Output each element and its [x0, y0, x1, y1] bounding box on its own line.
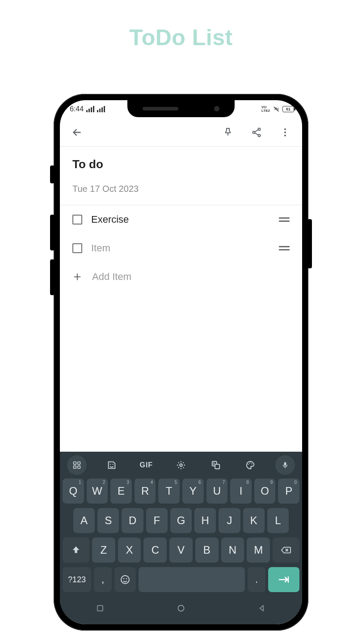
page-title: ToDo List — [0, 0, 362, 51]
settings-icon[interactable] — [171, 455, 191, 475]
period-key[interactable]: . — [248, 567, 265, 592]
sticker-icon[interactable] — [102, 455, 122, 475]
back-button[interactable] — [69, 124, 85, 140]
nav-home-button[interactable] — [176, 603, 186, 614]
symbols-key[interactable]: ?123 — [63, 567, 91, 592]
mute-icon — [273, 106, 280, 113]
keyboard: GIF 文 Q1W2E3R4T5Y6U7I8O9P0 — [60, 452, 302, 624]
drag-handle-icon[interactable] — [279, 217, 290, 222]
volte-icon: VO LTE2 — [261, 106, 270, 113]
key-i[interactable]: I8 — [230, 479, 252, 504]
phone-frame: 6:44 VO LTE2 61 — [54, 94, 308, 631]
nav-back-button[interactable] — [257, 603, 267, 614]
signal-icon — [86, 106, 94, 112]
key-p[interactable]: P0 — [278, 479, 299, 504]
svg-rect-14 — [215, 464, 219, 469]
drag-handle-icon[interactable] — [279, 246, 290, 250]
emoji-key[interactable] — [114, 567, 136, 592]
add-item-label: Add Item — [92, 271, 131, 283]
keyboard-row: ?123 , . — [63, 567, 299, 592]
key-w[interactable]: W2 — [87, 479, 108, 504]
key-t[interactable]: T5 — [158, 479, 180, 504]
translate-icon[interactable]: 文 — [206, 455, 226, 475]
statusbar-time: 6:44 — [70, 105, 84, 113]
svg-point-10 — [110, 464, 111, 465]
svg-rect-9 — [78, 466, 80, 469]
svg-point-21 — [123, 578, 125, 580]
svg-point-17 — [249, 462, 250, 463]
checkbox[interactable] — [72, 215, 82, 225]
app-toolbar — [60, 118, 302, 147]
palette-icon[interactable] — [240, 455, 260, 475]
key-s[interactable]: S — [97, 508, 119, 533]
svg-rect-6 — [74, 462, 76, 465]
key-d[interactable]: D — [122, 508, 143, 533]
key-u[interactable]: U7 — [206, 479, 228, 504]
key-o[interactable]: O9 — [254, 479, 276, 504]
space-key[interactable] — [139, 567, 245, 592]
phone-side-button — [50, 165, 55, 183]
plus-icon — [72, 272, 82, 282]
keyboard-row: ZXCVBNM — [63, 538, 299, 563]
svg-rect-23 — [97, 606, 103, 611]
key-e[interactable]: E3 — [110, 479, 132, 504]
svg-rect-19 — [284, 462, 286, 466]
comma-key[interactable]: , — [94, 567, 112, 592]
pin-button[interactable] — [220, 124, 236, 140]
key-r[interactable]: R4 — [135, 479, 156, 504]
keyboard-row: Q1W2E3R4T5Y6U7I8O9P0 — [63, 479, 299, 504]
add-item-button[interactable]: Add Item — [72, 263, 290, 291]
todo-item-label[interactable]: Exercise — [91, 214, 270, 225]
key-k[interactable]: K — [243, 508, 265, 533]
note-title[interactable]: To do — [72, 157, 290, 171]
shift-key[interactable] — [63, 538, 89, 563]
key-x[interactable]: X — [118, 538, 141, 563]
phone-side-button — [307, 219, 312, 268]
key-a[interactable]: A — [73, 508, 95, 533]
todo-item-label[interactable]: Item — [91, 242, 270, 254]
svg-rect-8 — [74, 466, 76, 469]
backspace-key[interactable] — [273, 538, 299, 563]
more-button[interactable] — [277, 124, 293, 140]
key-q[interactable]: Q1 — [63, 479, 84, 504]
gif-button[interactable]: GIF — [136, 455, 156, 475]
svg-point-11 — [112, 464, 113, 465]
todo-item[interactable]: Item — [72, 234, 290, 263]
key-v[interactable]: V — [169, 538, 193, 563]
svg-point-18 — [252, 463, 253, 464]
key-l[interactable]: L — [267, 508, 289, 533]
battery-icon: 61 — [282, 106, 294, 112]
mic-icon[interactable] — [275, 455, 295, 475]
note-content: To do Tue 17 Oct 2023 Exercise Item — [60, 147, 302, 452]
svg-point-22 — [126, 578, 127, 580]
phone-notch — [127, 100, 235, 117]
key-j[interactable]: J — [219, 508, 240, 533]
todo-item[interactable]: Exercise — [72, 205, 290, 234]
note-date: Tue 17 Oct 2023 — [72, 184, 290, 194]
key-f[interactable]: F — [146, 508, 168, 533]
svg-point-16 — [248, 464, 249, 465]
checkbox[interactable] — [72, 243, 82, 253]
phone-side-button — [50, 215, 55, 250]
phone-side-button — [50, 259, 55, 295]
signal-icon — [97, 106, 105, 112]
system-navbar — [60, 597, 302, 620]
key-z[interactable]: Z — [92, 538, 115, 563]
svg-text:文: 文 — [212, 462, 215, 465]
key-c[interactable]: C — [143, 538, 167, 563]
key-y[interactable]: Y6 — [182, 479, 204, 504]
keyboard-apps-icon[interactable] — [67, 455, 87, 475]
key-n[interactable]: N — [221, 538, 244, 563]
key-b[interactable]: B — [195, 538, 219, 563]
share-button[interactable] — [248, 124, 265, 140]
enter-key[interactable] — [268, 567, 299, 592]
keyboard-toolbar: GIF 文 — [60, 452, 302, 479]
key-h[interactable]: H — [194, 508, 216, 533]
key-m[interactable]: M — [247, 538, 270, 563]
svg-point-20 — [121, 576, 129, 584]
key-g[interactable]: G — [170, 508, 192, 533]
svg-point-4 — [284, 131, 286, 133]
svg-point-5 — [284, 135, 286, 136]
svg-point-12 — [180, 464, 182, 466]
nav-recent-button[interactable] — [95, 603, 105, 614]
